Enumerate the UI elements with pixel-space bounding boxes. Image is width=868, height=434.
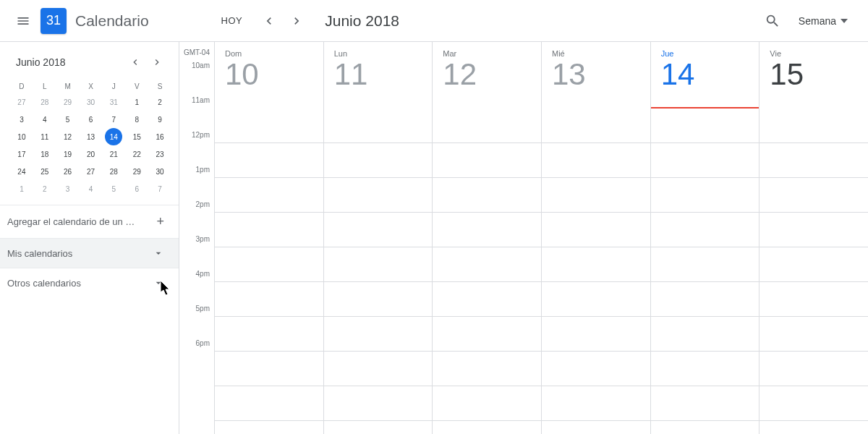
mini-day[interactable]: 27 xyxy=(10,93,33,111)
time-slot[interactable] xyxy=(215,317,323,352)
time-slot[interactable] xyxy=(542,213,650,247)
mini-day[interactable]: 18 xyxy=(33,145,56,163)
other-calendars-toggle[interactable]: Otros calendarios xyxy=(0,268,179,297)
time-slot[interactable] xyxy=(215,352,323,386)
time-slot[interactable] xyxy=(215,386,323,421)
mini-day[interactable]: 31 xyxy=(102,93,125,111)
time-slot[interactable] xyxy=(433,178,541,213)
time-slot[interactable] xyxy=(324,386,433,421)
mini-day[interactable]: 24 xyxy=(10,163,33,180)
mini-day[interactable]: 21 xyxy=(102,145,125,163)
mini-day[interactable]: 6 xyxy=(125,180,148,197)
time-slot[interactable] xyxy=(215,282,323,317)
time-slot[interactable] xyxy=(542,109,650,143)
time-slot[interactable] xyxy=(324,143,433,178)
mini-day[interactable]: 7 xyxy=(102,111,125,128)
today-button[interactable]: HOY xyxy=(214,11,250,30)
time-slot[interactable] xyxy=(760,143,868,178)
mini-day[interactable]: 27 xyxy=(80,163,103,180)
time-slot[interactable] xyxy=(760,386,868,421)
mini-day[interactable]: 20 xyxy=(80,145,103,163)
mini-day[interactable]: 16 xyxy=(148,128,171,145)
time-slot[interactable] xyxy=(215,178,323,213)
day-header[interactable]: Mié13 xyxy=(542,42,650,109)
day-column[interactable]: Mar12 xyxy=(433,42,542,434)
mini-day[interactable]: 13 xyxy=(80,128,103,145)
time-slot[interactable] xyxy=(760,213,868,247)
mini-day[interactable]: 7 xyxy=(148,180,171,197)
time-slot[interactable] xyxy=(542,282,650,317)
mini-day[interactable]: 25 xyxy=(33,163,56,180)
day-header[interactable]: Vie15 xyxy=(760,42,868,109)
day-column[interactable]: Mié13 xyxy=(542,42,651,434)
day-column[interactable]: Lun11 xyxy=(324,42,433,434)
mini-day[interactable]: 9 xyxy=(148,111,171,128)
time-slot[interactable] xyxy=(433,143,541,178)
day-header[interactable]: Mar12 xyxy=(433,42,541,109)
time-slot[interactable] xyxy=(433,247,541,282)
mini-day[interactable]: 4 xyxy=(33,111,56,128)
day-header[interactable]: Dom10 xyxy=(215,42,323,109)
day-column[interactable]: Jue14 xyxy=(651,42,760,434)
add-friend-calendar[interactable]: Agregar el calendario de un … + xyxy=(0,205,179,238)
mini-day[interactable]: 3 xyxy=(56,180,80,197)
mini-day[interactable]: 5 xyxy=(56,111,80,128)
time-slot[interactable] xyxy=(324,213,433,247)
time-slot[interactable] xyxy=(651,352,760,386)
mini-day[interactable]: 1 xyxy=(10,180,33,197)
mini-day[interactable]: 11 xyxy=(33,128,56,145)
day-column[interactable]: Dom10 xyxy=(215,42,324,434)
mini-day[interactable]: 28 xyxy=(102,163,125,180)
time-slot[interactable] xyxy=(760,247,868,282)
time-slot[interactable] xyxy=(651,178,760,213)
time-slot[interactable] xyxy=(433,386,541,421)
mini-prev-month[interactable] xyxy=(127,54,144,71)
time-slot[interactable] xyxy=(215,247,323,282)
time-slot[interactable] xyxy=(651,317,760,352)
view-selector[interactable]: Semana xyxy=(793,11,854,31)
mini-day[interactable]: 14 xyxy=(102,128,125,145)
time-slot[interactable] xyxy=(651,143,760,178)
time-slot[interactable] xyxy=(215,143,323,178)
time-slot[interactable] xyxy=(542,352,650,386)
time-slot[interactable] xyxy=(651,386,760,421)
time-slot[interactable] xyxy=(215,213,323,247)
time-slot[interactable] xyxy=(760,317,868,352)
time-slot[interactable] xyxy=(433,213,541,247)
mini-day[interactable]: 3 xyxy=(10,111,33,128)
time-slot[interactable] xyxy=(433,282,541,317)
mini-day[interactable]: 17 xyxy=(10,145,33,163)
time-slot[interactable] xyxy=(542,178,650,213)
time-slot[interactable] xyxy=(651,282,760,317)
time-slot[interactable] xyxy=(651,109,760,143)
time-slot[interactable] xyxy=(651,247,760,282)
time-slot[interactable] xyxy=(324,247,433,282)
mini-day[interactable]: 5 xyxy=(102,180,125,197)
time-slot[interactable] xyxy=(760,178,868,213)
time-slot[interactable] xyxy=(324,178,433,213)
next-week-button[interactable] xyxy=(283,7,310,35)
mini-day[interactable]: 23 xyxy=(148,145,171,163)
time-slot[interactable] xyxy=(542,386,650,421)
mini-day[interactable]: 22 xyxy=(125,145,148,163)
time-slot[interactable] xyxy=(542,247,650,282)
mini-day[interactable]: 15 xyxy=(125,128,148,145)
mini-day[interactable]: 30 xyxy=(148,163,171,180)
time-slot[interactable] xyxy=(324,282,433,317)
mini-day[interactable]: 29 xyxy=(125,163,148,180)
mini-day[interactable]: 2 xyxy=(33,180,56,197)
time-slot[interactable] xyxy=(542,143,650,178)
mini-next-month[interactable] xyxy=(148,54,166,71)
time-slot[interactable] xyxy=(433,317,541,352)
time-slot[interactable] xyxy=(542,317,650,352)
time-slot[interactable] xyxy=(760,282,868,317)
menu-button[interactable] xyxy=(9,7,38,35)
mini-day[interactable]: 6 xyxy=(80,111,103,128)
mini-day[interactable]: 4 xyxy=(80,180,103,197)
mini-day[interactable]: 28 xyxy=(33,93,56,111)
day-column[interactable]: Vie15 xyxy=(760,42,868,434)
mini-day[interactable]: 26 xyxy=(56,163,80,180)
time-slot[interactable] xyxy=(760,352,868,386)
time-slot[interactable] xyxy=(324,317,433,352)
time-slot[interactable] xyxy=(324,352,433,386)
